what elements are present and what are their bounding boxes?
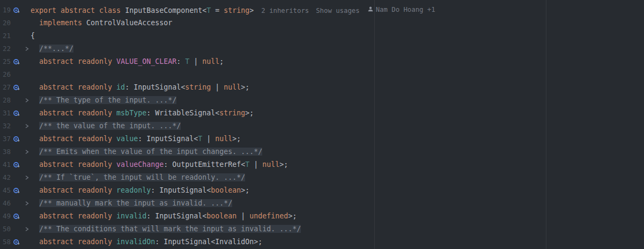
gutter[interactable]: 25 [0,55,31,68]
gutter[interactable]: 22 [0,42,31,55]
code-line-content[interactable]: abstract readonly VALUE_ON_CLEAR: T | nu… [31,55,644,68]
gutter[interactable]: 38 [0,145,31,158]
implemented-members-gutter-icon[interactable] [11,213,23,220]
fold-chevron-icon[interactable] [23,149,31,155]
line-number[interactable]: 58 [0,236,11,248]
gutter[interactable]: 41 [0,158,31,171]
code-line-content[interactable]: abstract readonly id: InputSignal<string… [31,81,644,94]
implemented-members-gutter-icon[interactable] [11,109,23,117]
code-line-content[interactable]: /** The conditions that will mark the in… [31,223,644,236]
line-number[interactable]: 26 [0,68,11,81]
implemented-members-gutter-icon[interactable] [11,6,23,14]
line-number[interactable]: 38 [0,145,11,158]
code-line-content[interactable]: /** The type of the input. ...*/ [31,94,644,107]
gutter[interactable]: 37 [0,133,31,145]
code-line-content[interactable]: implements ControlValueAccessor [31,17,644,30]
line-number[interactable]: 50 [0,223,11,236]
code-token: boolean [211,186,241,194]
code-line-content[interactable]: abstract readonly value: InputSignal<T |… [31,133,644,145]
gutter[interactable]: 19 [0,4,31,17]
code-line-content[interactable]: /** the value of the input. ...*/ [31,120,644,133]
gutter[interactable]: 26 [0,68,31,81]
implemented-members-gutter-icon[interactable] [11,238,23,246]
line-number[interactable]: 20 [0,17,11,30]
gutter[interactable]: 42 [0,171,31,184]
implemented-members-gutter-icon[interactable] [11,58,23,65]
code-line-content[interactable]: export abstract class InputBaseComponent… [31,3,644,17]
code-line-content[interactable]: abstract readonly msbType: WritableSigna… [31,107,644,120]
line-number[interactable]: 42 [0,171,11,184]
inheritors-hint[interactable]: 2 inheritors [261,7,309,14]
code-line-content[interactable]: abstract readonly invalidOn: InputSignal… [31,236,644,248]
code-author-hint[interactable]: Nam Do Hoang +1 [367,3,435,16]
gutter[interactable]: 50 [0,223,31,236]
line-number[interactable]: 25 [0,55,11,68]
gutter[interactable]: 58 [0,236,31,248]
code-line-content[interactable]: abstract readonly valueChange: OutputEmi… [31,158,644,171]
code-area[interactable]: 19export abstract class InputBaseCompone… [0,0,644,248]
gutter[interactable]: 20 [0,17,31,30]
code-line-content[interactable]: /** Emits when the value of the input ch… [31,145,644,158]
folded-comment[interactable]: /** Emits when the value of the input ch… [39,148,262,156]
fold-chevron-icon[interactable] [23,98,31,103]
implemented-members-gutter-icon[interactable] [11,84,23,91]
line-number[interactable]: 27 [0,81,11,94]
code-line-content[interactable]: abstract readonly invalid: InputSignal<b… [31,210,644,223]
folded-comment[interactable]: /** manually mark the input as invalid. … [39,199,232,207]
gutter[interactable]: 31 [0,107,31,120]
fold-chevron-icon[interactable] [23,201,31,206]
folded-comment[interactable]: /** The type of the input. ...*/ [39,96,176,104]
code-token [31,225,39,233]
code-token: : [176,57,185,65]
line-number[interactable]: 37 [0,133,11,145]
code-line-content[interactable]: { [31,30,644,42]
implemented-members-gutter-icon[interactable] [11,187,23,194]
code-token: : InputSignal< [146,212,206,220]
line-number[interactable]: 31 [0,107,11,120]
gutter[interactable]: 45 [0,184,31,197]
code-token: InputBaseComponent< [125,6,206,14]
code-line: 50 /** The conditions that will mark the… [0,223,644,236]
line-number[interactable]: 46 [0,197,11,210]
gutter[interactable]: 46 [0,197,31,210]
code-line-content[interactable]: /** If `true`, the input will be readonl… [31,171,644,184]
line-number[interactable]: 19 [0,4,11,17]
implemented-members-gutter-icon[interactable] [11,135,23,143]
fold-chevron-icon[interactable] [23,175,31,180]
code-line: 32 /** the value of the input. ...*/ [0,120,644,133]
fold-chevron-icon[interactable] [23,46,31,52]
code-line-content[interactable]: abstract readonly readonly: InputSignal<… [31,184,644,197]
code-token: implements [31,19,86,27]
gutter[interactable]: 32 [0,120,31,133]
line-number[interactable]: 22 [0,42,11,55]
folded-comment[interactable]: /** If `true`, the input will be readonl… [39,173,245,181]
code-token: : InputSignal<InvalidOn>; [155,238,262,246]
line-number[interactable]: 21 [0,30,11,42]
folded-comment[interactable]: /** the value of the input. ...*/ [39,122,181,130]
implemented-members-gutter-icon[interactable] [11,161,23,169]
code-line: 25 abstract readonly VALUE_ON_CLEAR: T |… [0,55,644,68]
code-token: boolean [206,212,236,220]
code-token: : WritableSignal< [146,109,219,117]
code-line: 37 abstract readonly value: InputSignal<… [0,133,644,145]
line-number[interactable]: 28 [0,94,11,107]
code-line-content[interactable]: /** manually mark the input as invalid. … [31,197,644,210]
code-line: 27 abstract readonly id: InputSignal<str… [0,81,644,94]
gutter[interactable]: 21 [0,30,31,42]
line-number[interactable]: 32 [0,120,11,133]
gutter[interactable]: 28 [0,94,31,107]
show-usages-hint[interactable]: Show usages [316,7,359,14]
folded-comment[interactable]: /**...*/ [39,45,73,53]
code-token: abstract readonly [31,57,116,65]
code-token: abstract readonly [31,186,116,194]
gutter[interactable]: 49 [0,210,31,223]
line-number[interactable]: 45 [0,184,11,197]
gutter[interactable]: 27 [0,81,31,94]
line-number[interactable]: 49 [0,210,11,223]
fold-chevron-icon[interactable] [23,226,31,232]
fold-chevron-icon[interactable] [23,123,31,129]
code-editor[interactable]: 19export abstract class InputBaseCompone… [0,0,644,249]
folded-comment[interactable]: /** The conditions that will mark the in… [39,225,301,233]
line-number[interactable]: 41 [0,158,11,171]
code-line-content[interactable]: /**...*/ [31,42,644,55]
